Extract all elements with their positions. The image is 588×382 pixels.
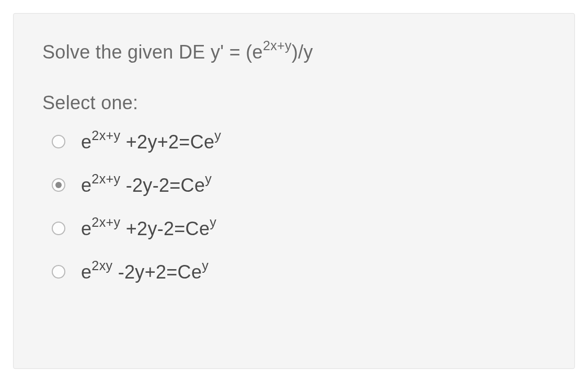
option-row[interactable]: e2x+y +2y+2=Cey [52, 130, 546, 153]
question-suffix: )/y [292, 41, 313, 63]
question-card: Solve the given DE y' = (e2x+y)/y Select… [13, 13, 575, 369]
option-row[interactable]: e2x+y +2y-2=Cey [52, 216, 546, 240]
question-exponent: 2x+y [263, 38, 292, 53]
radio-button[interactable] [52, 265, 65, 279]
option-label: e2xy -2y+2=Cey [81, 260, 209, 283]
select-one-label: Select one: [42, 92, 546, 114]
question-text: Solve the given DE y' = (e2x+y)/y [42, 40, 546, 63]
option-label: e2x+y -2y-2=Cey [81, 173, 212, 196]
radio-button[interactable] [52, 135, 65, 148]
question-prefix: Solve the given DE y' = (e [42, 41, 263, 63]
option-label: e2x+y +2y+2=Cey [81, 130, 221, 153]
option-row[interactable]: e2xy -2y+2=Cey [52, 260, 546, 283]
radio-button[interactable] [52, 222, 65, 235]
radio-button[interactable] [52, 178, 65, 192]
options-list: e2x+y +2y+2=Cey e2x+y -2y-2=Cey e2x+y +2… [42, 130, 546, 283]
option-label: e2x+y +2y-2=Cey [81, 216, 216, 240]
option-row[interactable]: e2x+y -2y-2=Cey [52, 173, 546, 196]
